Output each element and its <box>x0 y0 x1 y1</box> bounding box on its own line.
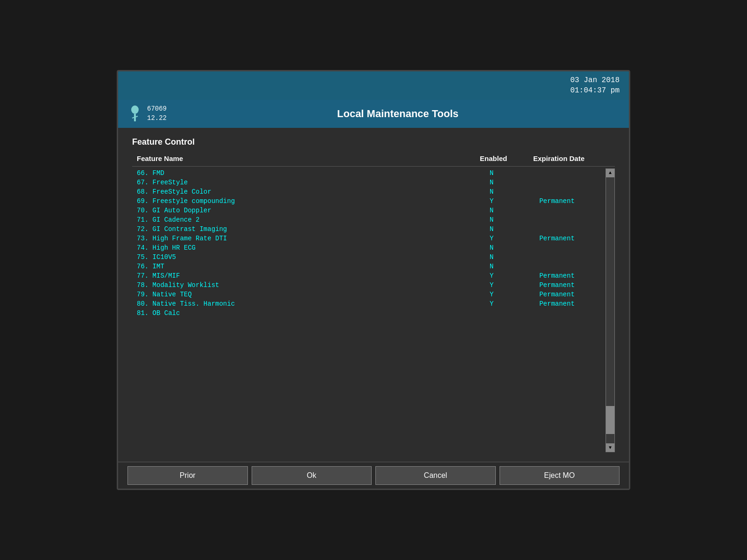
table-row[interactable]: 80. Native Tiss. HarmonicYPermanent <box>132 299 604 308</box>
version-id: 67069 <box>147 105 167 114</box>
app-title: Local Maintenance Tools <box>176 108 620 120</box>
feature-name-cell: 74. High HR ECG <box>132 244 473 252</box>
feature-enabled-cell: N <box>473 188 510 196</box>
table-row[interactable]: 67. FreeStyleN <box>132 178 604 187</box>
feature-table: Feature Name Enabled Expiration Date 66.… <box>132 154 615 452</box>
feature-enabled-cell: N <box>473 263 510 270</box>
feature-expiration-cell: Permanent <box>510 300 604 308</box>
feature-name-cell: 68. FreeStyle Color <box>132 188 473 196</box>
scrollbar-thumb[interactable] <box>606 406 614 434</box>
feature-name-cell: 81. OB Calc <box>132 309 473 317</box>
version-num: 12.22 <box>147 114 167 123</box>
feature-enabled-cell: N <box>473 225 510 233</box>
main-screen: 03 Jan 2018 01:04:37 pm 67069 12.22 Loca… <box>117 70 630 490</box>
feature-enabled-cell: Y <box>473 235 510 242</box>
section-title: Feature Control <box>132 137 615 147</box>
feature-enabled-cell: N <box>473 169 510 177</box>
feature-enabled-cell: Y <box>473 281 510 289</box>
feature-enabled-cell: Y <box>473 300 510 308</box>
table-row[interactable]: 72. GI Contrast ImagingN <box>132 224 604 234</box>
feature-enabled-cell: N <box>473 253 510 261</box>
table-row[interactable]: 74. High HR ECGN <box>132 243 604 252</box>
feature-enabled-cell: N <box>473 179 510 186</box>
table-row[interactable]: 78. Modality WorklistYPermanent <box>132 280 604 290</box>
time-display: 01:04:37 pm <box>570 85 620 96</box>
datetime: 03 Jan 2018 01:04:37 pm <box>570 75 620 96</box>
table-row[interactable]: 81. OB Calc <box>132 308 604 318</box>
table-row[interactable]: 68. FreeStyle ColorN <box>132 187 604 196</box>
prior-button[interactable]: Prior <box>127 466 248 485</box>
table-row[interactable]: 73. High Frame Rate DTIYPermanent <box>132 234 604 243</box>
feature-enabled-cell: Y <box>473 272 510 280</box>
feature-list: 66. FMDN67. FreeStyleN68. FreeStyle Colo… <box>132 168 604 452</box>
feature-enabled-cell: N <box>473 207 510 214</box>
table-header: Feature Name Enabled Expiration Date <box>132 154 615 167</box>
cancel-button[interactable]: Cancel <box>375 466 496 485</box>
scrollbar-up-arrow[interactable]: ▲ <box>606 169 614 177</box>
date-display: 03 Jan 2018 <box>570 75 620 85</box>
logo-area: 67069 12.22 <box>127 105 167 123</box>
ok-button[interactable]: Ok <box>252 466 372 485</box>
feature-name-cell: 72. GI Contrast Imaging <box>132 225 473 233</box>
top-bar: 03 Jan 2018 01:04:37 pm <box>118 71 629 100</box>
footer-bar: Prior Ok Cancel Eject MO <box>118 462 629 489</box>
table-row[interactable]: 77. MIS/MIFYPermanent <box>132 271 604 280</box>
feature-expiration-cell: Permanent <box>510 272 604 280</box>
app-logo-icon <box>127 105 142 123</box>
feature-name-cell: 67. FreeStyle <box>132 179 473 186</box>
table-row[interactable]: 71. GI Cadence 2N <box>132 215 604 224</box>
scrollbar-down-arrow[interactable]: ▼ <box>606 443 614 452</box>
table-row[interactable]: 70. GI Auto DopplerN <box>132 206 604 215</box>
table-row[interactable]: 79. Native TEQYPermanent <box>132 290 604 299</box>
feature-name-cell: 66. FMD <box>132 169 473 177</box>
feature-name-cell: 75. IC10V5 <box>132 253 473 261</box>
feature-name-cell: 78. Modality Worklist <box>132 281 473 289</box>
feature-name-cell: 77. MIS/MIF <box>132 272 473 280</box>
feature-enabled-cell: Y <box>473 291 510 298</box>
feature-name-cell: 79. Native TEQ <box>132 291 473 298</box>
feature-name-cell: 70. GI Auto Doppler <box>132 207 473 214</box>
feature-expiration-cell: Permanent <box>510 291 604 298</box>
table-row[interactable]: 69. Freestyle compoundingYPermanent <box>132 196 604 206</box>
feature-name-cell: 69. Freestyle compounding <box>132 197 473 205</box>
table-row[interactable]: 66. FMDN <box>132 168 604 178</box>
scrollbar[interactable]: ▲ ▼ <box>606 168 615 452</box>
col-feature-header: Feature Name <box>132 154 475 162</box>
col-expiration-header: Expiration Date <box>512 154 606 162</box>
table-row[interactable]: 76. IMTN <box>132 262 604 271</box>
feature-name-cell: 71. GI Cadence 2 <box>132 216 473 224</box>
feature-enabled-cell: N <box>473 244 510 252</box>
feature-expiration-cell: Permanent <box>510 197 604 205</box>
table-row[interactable]: 75. IC10V5N <box>132 252 604 262</box>
eject-mo-button[interactable]: Eject MO <box>500 466 620 485</box>
feature-enabled-cell: N <box>473 216 510 224</box>
feature-enabled-cell: Y <box>473 197 510 205</box>
version-info: 67069 12.22 <box>147 105 167 123</box>
svg-point-0 <box>131 105 139 114</box>
main-content: Feature Control Feature Name Enabled Exp… <box>118 128 629 462</box>
scrollbar-track <box>606 177 614 443</box>
feature-expiration-cell: Permanent <box>510 235 604 242</box>
feature-name-cell: 80. Native Tiss. Harmonic <box>132 300 473 308</box>
header-bar: 67069 12.22 Local Maintenance Tools <box>118 100 629 128</box>
table-body: 66. FMDN67. FreeStyleN68. FreeStyle Colo… <box>132 168 615 452</box>
feature-expiration-cell: Permanent <box>510 281 604 289</box>
col-enabled-header: Enabled <box>475 154 512 162</box>
feature-name-cell: 73. High Frame Rate DTI <box>132 235 473 242</box>
feature-name-cell: 76. IMT <box>132 263 473 270</box>
